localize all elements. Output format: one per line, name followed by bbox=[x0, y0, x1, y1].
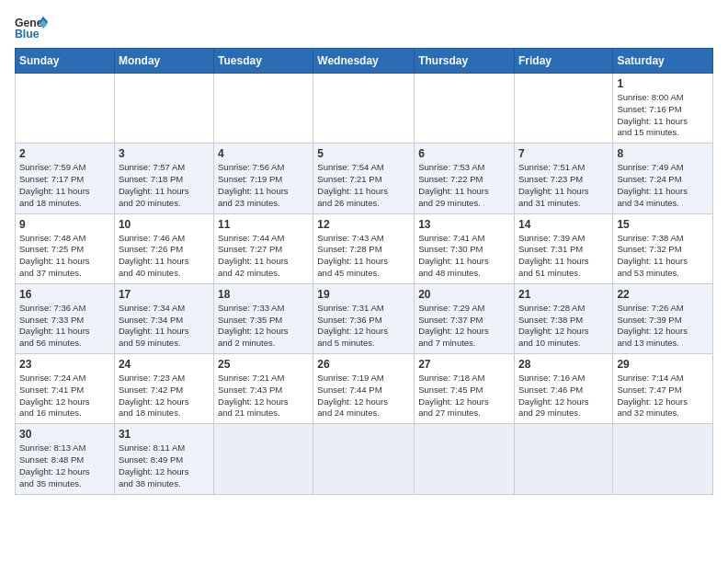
calendar-cell: 28Sunrise: 7:16 AM Sunset: 7:46 PM Dayli… bbox=[514, 354, 612, 424]
weekday-header-sunday: Sunday bbox=[16, 49, 115, 74]
weekday-header-thursday: Thursday bbox=[415, 49, 515, 74]
calendar-cell bbox=[514, 424, 612, 494]
calendar-cell: 11Sunrise: 7:44 AM Sunset: 7:27 PM Dayli… bbox=[214, 213, 313, 283]
calendar-cell bbox=[214, 424, 313, 494]
calendar-cell: 12Sunrise: 7:43 AM Sunset: 7:28 PM Dayli… bbox=[313, 213, 415, 283]
calendar-cell: 24Sunrise: 7:23 AM Sunset: 7:42 PM Dayli… bbox=[114, 354, 213, 424]
calendar-cell: 1Sunrise: 8:00 AM Sunset: 7:16 PM Daylig… bbox=[613, 74, 713, 144]
calendar-cell: 4Sunrise: 7:56 AM Sunset: 7:19 PM Daylig… bbox=[214, 144, 313, 213]
day-number: 3 bbox=[119, 147, 210, 160]
day-number: 28 bbox=[518, 358, 609, 371]
weekday-header-monday: Monday bbox=[114, 49, 213, 74]
day-number: 29 bbox=[617, 358, 709, 371]
day-info: Sunrise: 7:34 AM Sunset: 7:34 PM Dayligh… bbox=[119, 303, 210, 350]
day-info: Sunrise: 7:19 AM Sunset: 7:44 PM Dayligh… bbox=[317, 373, 410, 419]
day-number: 12 bbox=[317, 218, 410, 231]
day-info: Sunrise: 7:31 AM Sunset: 7:36 PM Dayligh… bbox=[317, 303, 410, 350]
calendar-cell: 14Sunrise: 7:39 AM Sunset: 7:31 PM Dayli… bbox=[514, 213, 612, 283]
calendar-cell: 10Sunrise: 7:46 AM Sunset: 7:26 PM Dayli… bbox=[114, 213, 213, 283]
calendar-cell: 7Sunrise: 7:51 AM Sunset: 7:23 PM Daylig… bbox=[514, 144, 612, 213]
calendar-table: SundayMondayTuesdayWednesdayThursdayFrid… bbox=[15, 48, 713, 495]
day-info: Sunrise: 7:24 AM Sunset: 7:41 PM Dayligh… bbox=[19, 373, 110, 419]
calendar-cell bbox=[415, 424, 515, 494]
day-info: Sunrise: 7:38 AM Sunset: 7:32 PM Dayligh… bbox=[617, 233, 709, 280]
day-info: Sunrise: 7:26 AM Sunset: 7:39 PM Dayligh… bbox=[617, 303, 709, 350]
day-number: 25 bbox=[218, 358, 309, 371]
calendar-cell: 21Sunrise: 7:28 AM Sunset: 7:38 PM Dayli… bbox=[514, 283, 612, 353]
day-number: 5 bbox=[317, 147, 410, 160]
calendar-cell: 26Sunrise: 7:19 AM Sunset: 7:44 PM Dayli… bbox=[313, 354, 415, 424]
day-number: 2 bbox=[19, 147, 110, 160]
day-info: Sunrise: 7:49 AM Sunset: 7:24 PM Dayligh… bbox=[617, 162, 709, 209]
day-info: Sunrise: 7:33 AM Sunset: 7:35 PM Dayligh… bbox=[218, 303, 309, 350]
calendar-cell: 22Sunrise: 7:26 AM Sunset: 7:39 PM Dayli… bbox=[613, 283, 713, 353]
calendar-cell bbox=[415, 74, 515, 144]
day-number: 4 bbox=[218, 147, 309, 160]
calendar-cell: 9Sunrise: 7:48 AM Sunset: 7:25 PM Daylig… bbox=[16, 213, 115, 283]
day-info: Sunrise: 7:28 AM Sunset: 7:38 PM Dayligh… bbox=[518, 303, 609, 350]
calendar-cell: 5Sunrise: 7:54 AM Sunset: 7:21 PM Daylig… bbox=[313, 144, 415, 213]
calendar-cell: 8Sunrise: 7:49 AM Sunset: 7:24 PM Daylig… bbox=[613, 144, 713, 213]
calendar-cell bbox=[313, 74, 415, 144]
day-number: 30 bbox=[19, 428, 110, 441]
day-number: 21 bbox=[518, 288, 609, 301]
calendar-cell bbox=[514, 74, 612, 144]
day-info: Sunrise: 7:29 AM Sunset: 7:37 PM Dayligh… bbox=[418, 303, 510, 350]
logo: General Blue bbox=[15, 15, 55, 40]
day-info: Sunrise: 7:36 AM Sunset: 7:33 PM Dayligh… bbox=[19, 303, 110, 350]
weekday-header-saturday: Saturday bbox=[613, 49, 713, 74]
day-number: 24 bbox=[119, 358, 210, 371]
day-info: Sunrise: 7:23 AM Sunset: 7:42 PM Dayligh… bbox=[119, 373, 210, 419]
calendar-cell: 6Sunrise: 7:53 AM Sunset: 7:22 PM Daylig… bbox=[415, 144, 515, 213]
day-number: 16 bbox=[19, 288, 110, 301]
day-number: 11 bbox=[218, 218, 309, 231]
day-number: 8 bbox=[617, 147, 709, 160]
weekday-header-wednesday: Wednesday bbox=[313, 49, 415, 74]
calendar-cell: 27Sunrise: 7:18 AM Sunset: 7:45 PM Dayli… bbox=[415, 354, 515, 424]
calendar-cell bbox=[613, 424, 713, 494]
calendar-cell: 31Sunrise: 8:11 AM Sunset: 8:49 PM Dayli… bbox=[114, 424, 213, 494]
day-number: 20 bbox=[418, 288, 510, 301]
calendar-cell: 20Sunrise: 7:29 AM Sunset: 7:37 PM Dayli… bbox=[415, 283, 515, 353]
day-info: Sunrise: 7:48 AM Sunset: 7:25 PM Dayligh… bbox=[19, 233, 110, 280]
day-number: 19 bbox=[317, 288, 410, 301]
calendar-cell bbox=[16, 74, 115, 144]
calendar-cell: 29Sunrise: 7:14 AM Sunset: 7:47 PM Dayli… bbox=[613, 354, 713, 424]
day-number: 22 bbox=[617, 288, 709, 301]
calendar-cell: 25Sunrise: 7:21 AM Sunset: 7:43 PM Dayli… bbox=[214, 354, 313, 424]
day-info: Sunrise: 7:21 AM Sunset: 7:43 PM Dayligh… bbox=[218, 373, 309, 419]
day-number: 18 bbox=[218, 288, 309, 301]
day-number: 1 bbox=[617, 77, 709, 90]
calendar-cell bbox=[214, 74, 313, 144]
day-number: 15 bbox=[617, 218, 709, 231]
calendar-cell: 30Sunrise: 8:13 AM Sunset: 8:48 PM Dayli… bbox=[16, 424, 115, 494]
logo-icon: General Blue bbox=[15, 15, 48, 40]
day-number: 9 bbox=[19, 218, 110, 231]
day-info: Sunrise: 7:57 AM Sunset: 7:18 PM Dayligh… bbox=[119, 162, 210, 209]
calendar-cell: 2Sunrise: 7:59 AM Sunset: 7:17 PM Daylig… bbox=[16, 144, 115, 213]
day-info: Sunrise: 7:46 AM Sunset: 7:26 PM Dayligh… bbox=[119, 233, 210, 280]
day-number: 17 bbox=[119, 288, 210, 301]
svg-text:Blue: Blue bbox=[15, 28, 40, 40]
calendar-cell: 15Sunrise: 7:38 AM Sunset: 7:32 PM Dayli… bbox=[613, 213, 713, 283]
day-info: Sunrise: 7:14 AM Sunset: 7:47 PM Dayligh… bbox=[617, 373, 709, 419]
day-info: Sunrise: 8:00 AM Sunset: 7:16 PM Dayligh… bbox=[617, 92, 709, 139]
day-info: Sunrise: 7:39 AM Sunset: 7:31 PM Dayligh… bbox=[518, 233, 609, 280]
calendar-cell: 19Sunrise: 7:31 AM Sunset: 7:36 PM Dayli… bbox=[313, 283, 415, 353]
day-info: Sunrise: 7:54 AM Sunset: 7:21 PM Dayligh… bbox=[317, 162, 410, 209]
day-info: Sunrise: 7:51 AM Sunset: 7:23 PM Dayligh… bbox=[518, 162, 609, 209]
calendar-cell: 23Sunrise: 7:24 AM Sunset: 7:41 PM Dayli… bbox=[16, 354, 115, 424]
day-info: Sunrise: 8:13 AM Sunset: 8:48 PM Dayligh… bbox=[19, 442, 110, 489]
day-info: Sunrise: 7:18 AM Sunset: 7:45 PM Dayligh… bbox=[418, 373, 510, 419]
day-number: 7 bbox=[518, 147, 609, 160]
day-info: Sunrise: 7:56 AM Sunset: 7:19 PM Dayligh… bbox=[218, 162, 309, 209]
day-number: 10 bbox=[119, 218, 210, 231]
day-info: Sunrise: 7:44 AM Sunset: 7:27 PM Dayligh… bbox=[218, 233, 309, 280]
day-number: 14 bbox=[518, 218, 609, 231]
day-number: 26 bbox=[317, 358, 410, 371]
day-info: Sunrise: 7:43 AM Sunset: 7:28 PM Dayligh… bbox=[317, 233, 410, 280]
day-info: Sunrise: 8:11 AM Sunset: 8:49 PM Dayligh… bbox=[119, 442, 210, 489]
day-number: 13 bbox=[418, 218, 510, 231]
day-info: Sunrise: 7:41 AM Sunset: 7:30 PM Dayligh… bbox=[418, 233, 510, 280]
day-info: Sunrise: 7:59 AM Sunset: 7:17 PM Dayligh… bbox=[19, 162, 110, 209]
